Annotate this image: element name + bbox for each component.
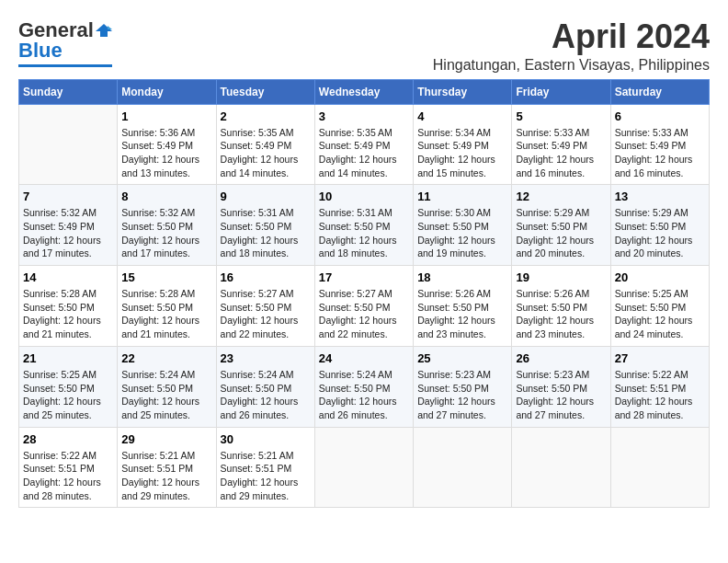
cell-content: Sunrise: 5:30 AM Sunset: 5:50 PM Dayligh… — [417, 206, 507, 260]
day-number: 10 — [319, 190, 409, 203]
sunrise-text: Sunrise: 5:22 AM — [615, 369, 688, 380]
day-number: 22 — [121, 351, 211, 365]
calendar-cell: 22 Sunrise: 5:24 AM Sunset: 5:50 PM Dayl… — [118, 346, 216, 427]
sunrise-text: Sunrise: 5:27 AM — [221, 288, 294, 299]
sunrise-text: Sunrise: 5:32 AM — [23, 207, 97, 218]
calendar-table: Sunday Monday Tuesday Wednesday Thursday… — [18, 79, 710, 509]
sunset-text: Sunset: 5:49 PM — [319, 140, 391, 151]
calendar-cell: 4 Sunrise: 5:34 AM Sunset: 5:49 PM Dayli… — [414, 104, 512, 185]
cell-content: Sunrise: 5:31 AM Sunset: 5:50 PM Dayligh… — [319, 206, 409, 260]
day-number: 8 — [121, 190, 211, 203]
calendar-cell: 19 Sunrise: 5:26 AM Sunset: 5:50 PM Dayl… — [512, 266, 610, 347]
svg-marker-1 — [108, 26, 112, 29]
col-sunday: Sunday — [19, 79, 118, 104]
calendar-cell: 16 Sunrise: 5:27 AM Sunset: 5:50 PM Dayl… — [216, 266, 314, 347]
calendar-week-row: 28 Sunrise: 5:22 AM Sunset: 5:51 PM Dayl… — [19, 427, 710, 508]
calendar-cell: 29 Sunrise: 5:21 AM Sunset: 5:51 PM Dayl… — [118, 427, 216, 508]
sunrise-text: Sunrise: 5:25 AM — [615, 288, 688, 299]
cell-content: Sunrise: 5:33 AM Sunset: 5:49 PM Dayligh… — [516, 126, 606, 180]
sunrise-text: Sunrise: 5:22 AM — [23, 450, 97, 461]
col-wednesday: Wednesday — [314, 79, 413, 104]
day-number: 9 — [221, 190, 311, 203]
sunset-text: Sunset: 5:50 PM — [516, 383, 587, 394]
calendar-cell: 18 Sunrise: 5:26 AM Sunset: 5:50 PM Dayl… — [414, 266, 512, 347]
cell-content: Sunrise: 5:31 AM Sunset: 5:50 PM Dayligh… — [221, 206, 311, 260]
cell-content: Sunrise: 5:33 AM Sunset: 5:49 PM Dayligh… — [615, 126, 705, 180]
cell-content: Sunrise: 5:21 AM Sunset: 5:51 PM Dayligh… — [221, 449, 311, 503]
day-number: 7 — [23, 190, 113, 203]
cell-content: Sunrise: 5:22 AM Sunset: 5:51 PM Dayligh… — [615, 368, 705, 422]
logo-blue: Blue — [18, 39, 63, 63]
calendar-cell: 10 Sunrise: 5:31 AM Sunset: 5:50 PM Dayl… — [314, 185, 413, 266]
cell-content: Sunrise: 5:25 AM Sunset: 5:50 PM Dayligh… — [615, 287, 705, 341]
daylight-text: Daylight: 12 hours and 18 minutes. — [319, 235, 397, 259]
day-number: 17 — [319, 270, 409, 284]
day-number: 25 — [417, 351, 507, 365]
sunset-text: Sunset: 5:51 PM — [221, 463, 292, 474]
sunrise-text: Sunrise: 5:29 AM — [516, 207, 589, 218]
cell-content: Sunrise: 5:24 AM Sunset: 5:50 PM Dayligh… — [121, 368, 211, 422]
col-friday: Friday — [512, 79, 610, 104]
cell-content: Sunrise: 5:28 AM Sunset: 5:50 PM Dayligh… — [121, 287, 211, 341]
daylight-text: Daylight: 12 hours and 19 minutes. — [417, 235, 495, 259]
calendar-cell — [512, 427, 610, 508]
cell-content: Sunrise: 5:32 AM Sunset: 5:49 PM Dayligh… — [23, 206, 113, 260]
cell-content: Sunrise: 5:25 AM Sunset: 5:50 PM Dayligh… — [23, 368, 113, 422]
calendar-cell: 11 Sunrise: 5:30 AM Sunset: 5:50 PM Dayl… — [414, 185, 512, 266]
daylight-text: Daylight: 12 hours and 17 minutes. — [23, 235, 101, 259]
sunset-text: Sunset: 5:49 PM — [221, 140, 292, 151]
sunrise-text: Sunrise: 5:28 AM — [23, 288, 97, 299]
logo: General Blue — [18, 18, 112, 67]
calendar-week-row: 1 Sunrise: 5:36 AM Sunset: 5:49 PM Dayli… — [19, 104, 710, 185]
daylight-text: Daylight: 12 hours and 20 minutes. — [615, 235, 693, 259]
sunrise-text: Sunrise: 5:33 AM — [516, 127, 589, 138]
daylight-text: Daylight: 12 hours and 14 minutes. — [221, 154, 299, 178]
sunset-text: Sunset: 5:49 PM — [121, 140, 193, 151]
sunset-text: Sunset: 5:51 PM — [121, 463, 193, 474]
day-number: 2 — [221, 109, 311, 123]
daylight-text: Daylight: 12 hours and 16 minutes. — [615, 154, 693, 178]
daylight-text: Daylight: 12 hours and 29 minutes. — [121, 477, 199, 501]
day-number: 13 — [615, 190, 705, 203]
day-number: 30 — [221, 432, 311, 446]
sunset-text: Sunset: 5:49 PM — [23, 221, 95, 232]
logo-bird-icon — [96, 22, 112, 39]
calendar-cell: 12 Sunrise: 5:29 AM Sunset: 5:50 PM Dayl… — [512, 185, 610, 266]
daylight-text: Daylight: 12 hours and 22 minutes. — [221, 315, 299, 339]
calendar-cell: 7 Sunrise: 5:32 AM Sunset: 5:49 PM Dayli… — [19, 185, 118, 266]
page-header: General Blue April 2024 Hingatungan, Eas… — [18, 18, 710, 74]
sunset-text: Sunset: 5:50 PM — [121, 221, 193, 232]
col-saturday: Saturday — [610, 79, 709, 104]
sunset-text: Sunset: 5:49 PM — [615, 140, 687, 151]
calendar-cell: 20 Sunrise: 5:25 AM Sunset: 5:50 PM Dayl… — [610, 266, 709, 347]
daylight-text: Daylight: 12 hours and 22 minutes. — [319, 315, 397, 339]
calendar-cell: 1 Sunrise: 5:36 AM Sunset: 5:49 PM Dayli… — [118, 104, 216, 185]
day-number: 21 — [23, 351, 113, 365]
day-number: 26 — [516, 351, 606, 365]
sunset-text: Sunset: 5:50 PM — [417, 302, 489, 313]
sunset-text: Sunset: 5:50 PM — [221, 383, 292, 394]
calendar-header-row: Sunday Monday Tuesday Wednesday Thursday… — [19, 79, 710, 104]
sunset-text: Sunset: 5:51 PM — [23, 463, 95, 474]
day-number: 19 — [516, 270, 606, 284]
day-number: 11 — [417, 190, 507, 203]
sunrise-text: Sunrise: 5:23 AM — [516, 369, 589, 380]
sunrise-text: Sunrise: 5:23 AM — [417, 369, 491, 380]
sunrise-text: Sunrise: 5:31 AM — [221, 207, 294, 218]
sunset-text: Sunset: 5:49 PM — [516, 140, 587, 151]
daylight-text: Daylight: 12 hours and 18 minutes. — [221, 235, 299, 259]
day-number: 14 — [23, 270, 113, 284]
sunrise-text: Sunrise: 5:24 AM — [121, 369, 195, 380]
day-number: 1 — [121, 109, 211, 123]
sunrise-text: Sunrise: 5:30 AM — [417, 207, 491, 218]
cell-content: Sunrise: 5:28 AM Sunset: 5:50 PM Dayligh… — [23, 287, 113, 341]
day-number: 12 — [516, 190, 606, 203]
sunrise-text: Sunrise: 5:29 AM — [615, 207, 688, 218]
calendar-cell: 6 Sunrise: 5:33 AM Sunset: 5:49 PM Dayli… — [610, 104, 709, 185]
sunrise-text: Sunrise: 5:35 AM — [319, 127, 392, 138]
day-number: 29 — [121, 432, 211, 446]
sunrise-text: Sunrise: 5:28 AM — [121, 288, 195, 299]
daylight-text: Daylight: 12 hours and 21 minutes. — [121, 315, 199, 339]
sunset-text: Sunset: 5:50 PM — [516, 221, 587, 232]
svg-marker-0 — [96, 24, 112, 37]
